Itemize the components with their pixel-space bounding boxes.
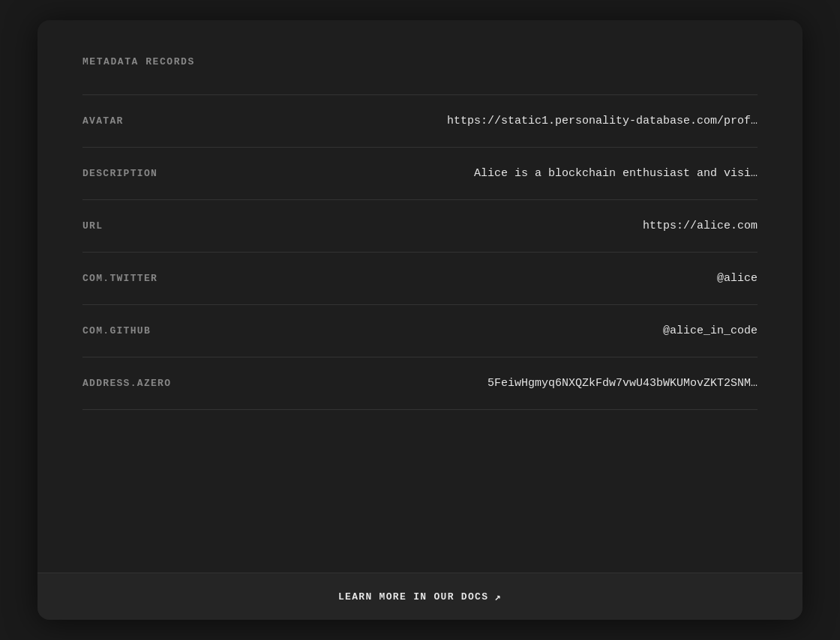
- record-key: DESCRIPTION: [82, 168, 232, 179]
- record-key: COM.GITHUB: [82, 325, 232, 336]
- record-row: DESCRIPTIONAlice is a blockchain enthusi…: [82, 148, 758, 200]
- section-title: METADATA RECORDS: [82, 56, 758, 67]
- record-row: COM.TWITTER@alice: [82, 253, 758, 305]
- record-value: @alice: [717, 272, 758, 285]
- record-row: ADDRESS.AZERO5FeiwHgmyq6NXQZkFdw7vwU43bW…: [82, 357, 758, 410]
- record-row: COM.GITHUB@alice_in_code: [82, 305, 758, 357]
- docs-link[interactable]: LEARN MORE IN OUR DOCS ↗: [338, 591, 502, 603]
- record-value: https://alice.com: [643, 220, 758, 232]
- record-key: ADDRESS.AZERO: [82, 378, 232, 389]
- record-row: URLhttps://alice.com: [82, 200, 758, 253]
- record-key: COM.TWITTER: [82, 273, 232, 284]
- metadata-card: METADATA RECORDS AVATARhttps://static1.p…: [38, 20, 802, 620]
- record-value: @alice_in_code: [663, 324, 758, 337]
- record-value: Alice is a blockchain enthusiast and vis…: [474, 167, 758, 180]
- external-link-icon: ↗: [494, 591, 502, 603]
- record-value: https://static1.personality-database.com…: [447, 115, 758, 127]
- card-content: METADATA RECORDS AVATARhttps://static1.p…: [38, 20, 802, 573]
- record-key: URL: [82, 220, 232, 232]
- record-row: AVATARhttps://static1.personality-databa…: [82, 95, 758, 148]
- record-value: 5FeiwHgmyq6NXQZkFdw7vwU43bWKUMovZKT2SNM…: [488, 377, 758, 390]
- record-key: AVATAR: [82, 115, 232, 127]
- card-footer: LEARN MORE IN OUR DOCS ↗: [38, 573, 802, 620]
- docs-link-label: LEARN MORE IN OUR DOCS: [338, 591, 488, 603]
- records-container: AVATARhttps://static1.personality-databa…: [82, 95, 758, 410]
